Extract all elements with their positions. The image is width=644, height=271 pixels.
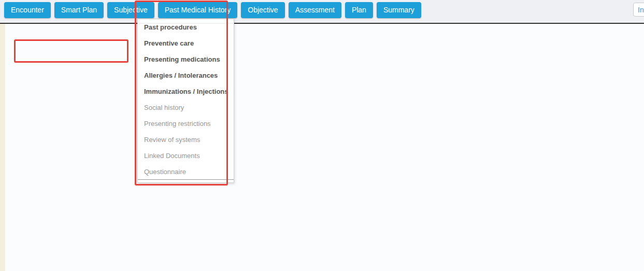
navbar-bottom-divider (0, 23, 644, 24)
menu-item-presenting-restrictions[interactable]: Presenting restrictions (138, 116, 234, 132)
menu-item-presenting-medications[interactable]: Presenting medications (138, 51, 234, 67)
nav-tab-subjective[interactable]: Subjective (107, 2, 154, 18)
menu-item-review-of-systems[interactable]: Review of systems (138, 132, 234, 148)
menu-item-linked-documents[interactable]: Linked Documents (138, 148, 234, 164)
nav-tab-plan[interactable]: Plan (345, 2, 373, 18)
menu-item-allergies-intolerances[interactable]: Allergies / Intolerances (138, 67, 234, 83)
nav-tab-past-medical-history[interactable]: Past Medical History (158, 2, 238, 18)
menu-item-immunizations-injections[interactable]: Immunizations / Injections (138, 83, 234, 99)
content-area (5, 24, 644, 271)
nav-tab-smart-plan[interactable]: Smart Plan (54, 2, 104, 18)
menu-item-preventive-care[interactable]: Preventive care (138, 35, 234, 51)
nav-tab-assessment[interactable]: Assessment (289, 2, 341, 18)
nav-tabs: Encounter Smart Plan Subjective Past Med… (4, 2, 421, 18)
nav-tab-objective[interactable]: Objective (241, 2, 284, 18)
past-medical-history-dropdown-menu: Past procedures Preventive care Presenti… (137, 19, 234, 183)
ehr-screen: Encounter Smart Plan Subjective Past Med… (0, 0, 644, 271)
menu-divider (138, 179, 234, 180)
menu-item-past-procedures[interactable]: Past procedures (138, 19, 234, 35)
left-margin-strip (0, 24, 5, 271)
top-navbar: Encounter Smart Plan Subjective Past Med… (0, 0, 644, 23)
nav-tab-encounter[interactable]: Encounter (4, 2, 51, 18)
menu-item-questionnaire[interactable]: Questionnaire (138, 164, 234, 180)
intake-button[interactable]: Int (633, 3, 644, 17)
nav-tab-summary[interactable]: Summary (377, 2, 421, 18)
menu-item-social-history[interactable]: Social history (138, 99, 234, 116)
